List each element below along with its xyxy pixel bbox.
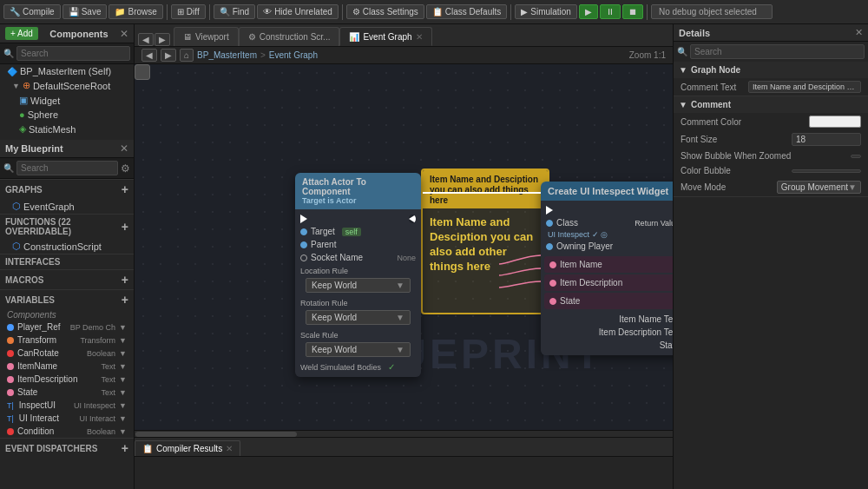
var-expand-uiinteract[interactable]: ▼ — [119, 414, 127, 423]
graphs-add-button[interactable]: + — [122, 182, 128, 196]
font-size-value[interactable]: 18 — [792, 133, 861, 146]
hide-unrelated-button[interactable]: 👁 Hide Unrelated — [257, 4, 339, 19]
tree-item-eventgraph[interactable]: ⬡ EventGraph — [0, 199, 134, 214]
diff-button[interactable]: ⊞ Diff — [171, 4, 206, 19]
nav-back-button[interactable]: ◀ — [138, 33, 154, 46]
var-state[interactable]: State Text ▼ — [0, 386, 134, 399]
viewport-icon: 🖥 — [183, 32, 192, 42]
variables-add-button[interactable]: + — [122, 293, 128, 307]
debug-selector[interactable]: No debug object selected — [651, 4, 773, 19]
breadcrumb-root[interactable]: BP_MasterItem — [197, 50, 257, 60]
tab-event-graph[interactable]: 📊 Event Graph ✕ — [339, 27, 431, 46]
tab-viewport[interactable]: 🖥 Viewport — [174, 27, 239, 46]
save-button[interactable]: 💾 Save — [62, 4, 108, 19]
my-blueprint-search-input[interactable] — [16, 161, 118, 175]
find-button[interactable]: 🔍 Find — [214, 4, 255, 19]
item-desc-row: Item Description — [544, 276, 673, 289]
graph-node-title[interactable]: ▼ Graph Node — [674, 62, 868, 78]
class-settings-button[interactable]: ⚙ Class Settings — [346, 4, 424, 19]
class-pin — [546, 220, 553, 227]
tree-item-staticmesh[interactable]: ◈ StaticMesh — [0, 122, 134, 136]
var-name-inspectui: InspectUI — [19, 400, 70, 410]
breadcrumb-back-button[interactable]: ◀ — [141, 49, 157, 62]
tree-item-masteritem[interactable]: 🔷 BP_MasterItem (Self) — [0, 64, 134, 78]
tab-construction[interactable]: ⚙ Construction Scr... — [239, 27, 340, 46]
my-blueprint-close-button[interactable]: ✕ — [120, 142, 128, 155]
attach-actor-node[interactable]: Attach Actor To Component Target is Acto… — [295, 173, 421, 377]
event-dispatchers-add-button[interactable]: + — [122, 441, 128, 455]
simulation-button[interactable]: ▶ Simulation — [515, 4, 577, 19]
masteritem-label: BP_MasterItem (Self) — [20, 66, 111, 76]
var-expand-canrotate[interactable]: ▼ — [119, 349, 127, 358]
weld-checkbox[interactable]: ✓ — [388, 362, 395, 372]
var-uiinteract[interactable]: T| UI Interact UI Interact ▼ — [0, 412, 134, 425]
components-search-input[interactable] — [16, 46, 130, 61]
var-expand-transform[interactable]: ▼ — [119, 336, 127, 345]
horizontal-scrollbar[interactable] — [135, 430, 673, 437]
add-component-button[interactable]: + Add — [5, 27, 38, 40]
var-itemdescription[interactable]: ItemDescription Text ▼ — [0, 373, 134, 386]
create-ui-node[interactable]: Create UI Intespect Widget Class Return … — [541, 182, 673, 355]
tree-item-widget[interactable]: ▣ Widget — [0, 93, 134, 108]
breadcrumb-forward-button[interactable]: ▶ — [161, 49, 176, 62]
settings-icon[interactable]: ⚙ — [121, 162, 130, 175]
graphs-section: GRAPHS + — [0, 179, 134, 199]
move-mode-dropdown[interactable]: Group Movement ▼ — [777, 181, 861, 194]
owning-row: Owning Player — [541, 240, 673, 253]
item-name-button[interactable]: Item Name — [544, 256, 673, 273]
details-search-input[interactable] — [690, 44, 865, 59]
var-expand-state[interactable]: ▼ — [119, 388, 127, 397]
details-search[interactable]: 🔍 — [674, 42, 868, 62]
location-value: Keep World — [312, 281, 357, 290]
small-node[interactable] — [135, 64, 150, 80]
var-inspectui[interactable]: T| InspectUI UI Intespect ▼ — [0, 399, 134, 412]
item-desc-button[interactable]: Item Description — [544, 274, 673, 291]
functions-add-button[interactable]: + — [122, 220, 128, 234]
details-close-button[interactable]: ✕ — [855, 27, 863, 38]
breadcrumb-home-button[interactable]: ⌂ — [180, 49, 194, 62]
class-defaults-button[interactable]: 📋 Class Defaults — [426, 4, 507, 19]
breadcrumb-current[interactable]: Event Graph — [269, 50, 318, 60]
browse-button[interactable]: 📁 Browse — [108, 4, 162, 19]
tree-item-defaultsceneroot[interactable]: ▼ ⊕ DefaultSceneRoot — [0, 78, 134, 93]
event-graph-close-button[interactable]: ✕ — [416, 32, 423, 42]
var-expand-playerref[interactable]: ▼ — [119, 323, 127, 332]
var-itemname[interactable]: ItemName Text ▼ — [0, 360, 134, 373]
comment-text-value[interactable]: Item Name and Desciption you can also ad… — [748, 81, 861, 93]
var-expand-itemdesc[interactable]: ▼ — [119, 375, 127, 384]
macros-add-button[interactable]: + — [122, 273, 128, 287]
tree-item-sphere[interactable]: ● Sphere — [0, 108, 134, 122]
var-transform[interactable]: Transform Transform ▼ — [0, 334, 134, 347]
var-expand-condition[interactable]: ▼ — [119, 427, 127, 436]
play-button[interactable]: ▶ — [579, 4, 598, 19]
comment-node[interactable]: Item Name and Desciption you can also ad… — [421, 169, 549, 314]
rotation-dropdown[interactable]: Keep World ▼ — [306, 310, 411, 325]
components-search[interactable]: 🔍 — [0, 43, 134, 64]
var-canrotate[interactable]: CanRotate Boolean ▼ — [0, 347, 134, 360]
pause-button[interactable]: ⏸ — [600, 4, 621, 19]
tree-item-constructionscript[interactable]: ⬡ ConstructionScript — [0, 239, 134, 254]
attach-actor-header: Attach Actor To Component Target is Acto… — [295, 173, 421, 209]
compiler-results-tab[interactable]: 📋 Compiler Results ✕ — [135, 440, 240, 456]
my-blueprint-search[interactable]: 🔍 ⚙ — [0, 158, 134, 179]
nav-forward-button[interactable]: ▶ — [155, 33, 170, 46]
compiler-close[interactable]: ✕ — [226, 444, 233, 453]
compile-button[interactable]: 🔧 Compile — [3, 4, 61, 19]
var-player-ref[interactable]: Player_Ref BP Demo Ch ▼ — [0, 320, 134, 334]
rotation-value: Keep World — [312, 313, 357, 322]
var-expand-itemname[interactable]: ▼ — [119, 362, 127, 371]
compiler-icon: 📋 — [142, 444, 153, 453]
staticmesh-label: StaticMesh — [29, 124, 76, 135]
location-dropdown[interactable]: Keep World ▼ — [306, 278, 411, 293]
scale-dropdown[interactable]: Keep World ▼ — [306, 342, 411, 357]
var-type-transform: Transform — [80, 336, 115, 345]
var-expand-inspectui[interactable]: ▼ — [119, 401, 127, 410]
blueprint-canvas[interactable]: BLUEPRINT Item Name and Desciption you c… — [135, 64, 673, 430]
components-close-button[interactable]: ✕ — [120, 28, 128, 40]
comment-color-swatch[interactable] — [809, 116, 861, 128]
comment-section-title[interactable]: ▼ Comment — [674, 96, 868, 113]
state-button[interactable]: State — [544, 293, 673, 309]
var-condition[interactable]: Condition Boolean ▼ — [0, 425, 134, 438]
show-bubble-value[interactable] — [851, 155, 861, 158]
stop-button[interactable]: ⏹ — [622, 4, 643, 19]
